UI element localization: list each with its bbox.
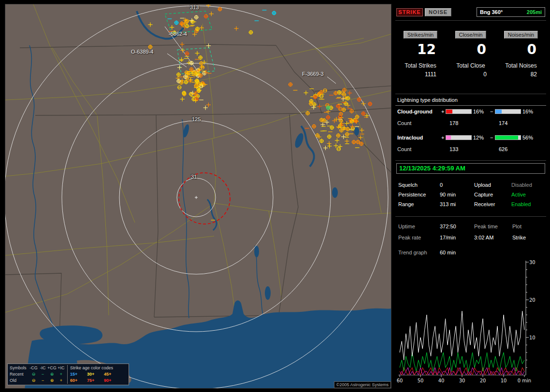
cg-plus-count: 178: [449, 120, 458, 126]
upload-label: Upload: [474, 182, 491, 188]
legend-col-neg-ic: -IC: [38, 365, 47, 371]
total-strikes-value: 1111: [395, 71, 446, 78]
divider: [395, 20, 546, 21]
cloud-ground-count-row: Count 178 174: [395, 120, 546, 127]
legend-old-row: Old ⊖ − ⊕ + 60+ 75+ 90+: [10, 378, 127, 384]
strikes-per-min-button[interactable]: Strikes/min: [404, 31, 437, 39]
storm-cell-label[interactable]: -5862-4: [169, 31, 187, 37]
divider: [395, 105, 546, 106]
rivers-layer: [29, 11, 314, 337]
range-ring-label-inner: 31: [191, 174, 197, 180]
receiver-label: Receiver: [474, 201, 495, 207]
cloud-ground-row: Cloud-ground + 16% − 16%: [395, 109, 546, 115]
plot-label: Plot: [512, 224, 521, 229]
cg-minus-bar-fill: [495, 110, 502, 113]
bearing-label: Bng 360°: [480, 9, 503, 15]
strikes-per-min-value: 12: [395, 42, 446, 57]
legend-age-header: Strike age color codes: [70, 365, 127, 371]
stats-row: Peak rate 17/min 3:02 AM Strike: [395, 235, 546, 241]
ic-minus-pct: 56%: [522, 135, 533, 140]
svg-text:60: 60: [397, 378, 403, 383]
map-legend: Symbols -CG -IC +CG +IC Strike age color…: [7, 364, 129, 385]
circle-plus-icon: ⊕: [47, 371, 57, 378]
intracloud-label: Intracloud: [397, 135, 423, 140]
age-badge-30: 30+: [87, 371, 104, 378]
ic-plus-bar-fill: [446, 136, 451, 140]
bearing-range-box[interactable]: Bng 360° 205mi: [477, 7, 545, 17]
svg-text:0 min: 0 min: [518, 378, 531, 383]
plus-sign: +: [441, 109, 444, 114]
plus-sign: +: [441, 135, 444, 140]
squelch-label: Squelch: [398, 182, 418, 188]
persistence-value: 90 min: [440, 192, 456, 197]
right-panel: STRIKE NOISE Bng 360° 205mi Strikes/min …: [395, 4, 546, 389]
total-close-value: 0: [446, 71, 496, 78]
water-layer: [25, 124, 391, 389]
strike-indicator[interactable]: STRIKE: [396, 8, 423, 16]
circle-minus-icon: ⊖: [29, 378, 38, 384]
legend-col-pos-ic: +IC: [57, 365, 66, 371]
age-badge-75: 75+: [87, 378, 104, 384]
storm-cell-label[interactable]: O-6389-4: [131, 49, 153, 55]
age-badge-15: 15+: [70, 371, 87, 378]
cg-plus-bar: [446, 109, 472, 114]
legend-recent-label: Recent: [10, 371, 29, 378]
rate-section: Strikes/min 12 Total Strikes 1111 Close/…: [395, 30, 546, 78]
peak-rate-value: 17/min: [440, 235, 456, 240]
storm-cell-label[interactable]: F-3669-3: [302, 71, 324, 77]
ic-plus-pct: 12%: [473, 135, 484, 140]
total-close-label: Total Close: [446, 62, 496, 69]
total-noises-value: 82: [496, 71, 546, 78]
svg-text:30: 30: [529, 260, 536, 265]
circle-plus-icon: ⊕: [47, 378, 57, 384]
ic-minus-bar-fill: [495, 136, 518, 140]
count-label: Count: [397, 146, 411, 152]
noise-indicator[interactable]: NOISE: [425, 8, 451, 16]
legend-symbols-header: Symbols: [10, 365, 29, 371]
total-strikes-label: Total Strikes: [395, 62, 446, 69]
svg-text:10: 10: [501, 378, 507, 383]
legend-old-label: Old: [10, 378, 29, 384]
trend-graph: 1020306050403020100 min: [395, 259, 546, 389]
cloud-ground-label: Cloud-ground: [397, 109, 433, 114]
distribution-title: Lightning type distribution: [397, 97, 458, 103]
age-badge-90: 90+: [104, 378, 121, 384]
svg-text:50: 50: [418, 378, 424, 383]
peak-time-value: 3:02 AM: [474, 235, 493, 240]
plot-value: Strike: [512, 235, 526, 240]
datetime-display: 12/13/2025 4:29:59 AM: [396, 163, 545, 174]
close-per-min-button[interactable]: Close/min: [455, 31, 487, 39]
divider: [395, 216, 546, 217]
noises-per-min-button[interactable]: Noises/min: [504, 31, 538, 39]
total-noises-label: Total Noises: [496, 62, 546, 69]
close-column: Close/min 0 Total Close 0: [446, 30, 496, 78]
trend-window-value: 60 min: [440, 250, 456, 255]
cg-plus-pct: 16%: [473, 109, 484, 114]
close-per-min-value: 0: [446, 42, 496, 57]
noises-column: Noises/min 0 Total Noises 82: [496, 30, 546, 78]
status-row: Range 313 mi Receiver Enabled: [395, 201, 546, 208]
cg-minus-count: 174: [499, 120, 507, 126]
minus-sign: −: [490, 135, 493, 140]
copyright-notice: ©2005 Astrogenic Systems: [334, 381, 391, 388]
trend-plot: [400, 311, 524, 375]
receiver-status: Enabled: [511, 201, 531, 207]
noises-per-min-value: 0: [496, 42, 546, 57]
svg-text:30: 30: [459, 378, 465, 383]
strikes-layer: [148, 4, 372, 220]
count-label: Count: [397, 120, 411, 126]
minus-icon: −: [38, 378, 47, 384]
svg-text:20: 20: [480, 378, 486, 383]
range-label: Range: [398, 201, 414, 207]
map-display[interactable]: 313 125 31 -5862-4 O-6389-4 F-3669-3 Sym…: [5, 4, 391, 389]
cg-minus-bar: [495, 109, 521, 114]
uptime-value: 372:50: [440, 224, 456, 229]
strikes-column: Strikes/min 12 Total Strikes 1111: [395, 30, 446, 78]
roads-layer: [5, 4, 391, 315]
minus-icon: −: [38, 371, 47, 378]
trend-graph-label: Trend graph: [398, 250, 427, 255]
ic-minus-count: 626: [499, 146, 507, 152]
status-row: Squelch 0 Upload Disabled: [395, 182, 546, 189]
svg-text:20: 20: [529, 297, 536, 303]
range-ring-label-outer: 313: [190, 4, 199, 10]
